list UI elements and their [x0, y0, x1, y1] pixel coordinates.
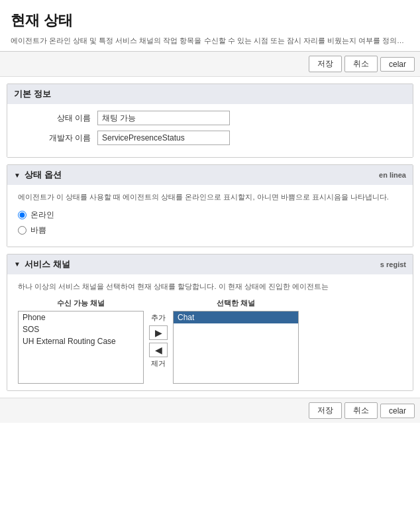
selected-channels-list[interactable]: Chat — [173, 311, 299, 384]
service-channels-body: 하나 이상의 서비스 채널을 선택하여 현재 상태를 할당합니다. 이 현재 상… — [7, 274, 413, 391]
service-channels-header[interactable]: ▼ 서비스 채널 s regist — [7, 254, 413, 274]
list-item[interactable]: SOS — [19, 323, 143, 335]
add-arrow-icon: ▶ — [155, 327, 162, 338]
celar-button-top[interactable]: celar — [380, 57, 415, 72]
basic-info-header: 기본 정보 — [7, 84, 413, 104]
cancel-button-bottom[interactable]: 취소 — [344, 402, 378, 419]
available-channels-label: 수신 가능 채널 — [57, 298, 105, 308]
busy-radio[interactable] — [18, 226, 26, 235]
selected-channels-label: 선택한 채널 — [217, 298, 255, 308]
list-item[interactable]: UH External Routing Case — [19, 335, 143, 347]
remove-channel-button[interactable]: ◀ — [149, 343, 168, 357]
service-channels-section: ▼ 서비스 채널 s regist 하나 이상의 서비스 채널을 선택하여 현재… — [7, 254, 413, 392]
list-item[interactable]: Phone — [19, 311, 143, 323]
list-item[interactable]: Chat — [174, 311, 298, 323]
status-name-row: 상태 이름 — [18, 111, 402, 125]
online-radio[interactable] — [18, 211, 26, 219]
bottom-toolbar: 저장 취소 celar — [0, 398, 420, 423]
add-channel-button[interactable]: ▶ — [149, 325, 168, 340]
status-options-description: 에이전트가 이 상태를 사용할 때 에이전트의 상태를 온라인으로 표시할지, … — [18, 192, 402, 203]
celar-button-bottom[interactable]: celar — [380, 404, 415, 418]
service-channels-description: 하나 이상의 서비스 채널을 선택하여 현재 상태를 할당합니다. 이 현재 상… — [18, 281, 402, 292]
save-button-top[interactable]: 저장 — [309, 56, 342, 72]
online-radio-row: 온라인 — [18, 209, 402, 221]
top-toolbar: 저장 취소 celar — [0, 52, 420, 77]
basic-info-section: 기본 정보 상태 이름 개발자 이름 — [7, 84, 413, 158]
status-options-body: 에이전트가 이 상태를 사용할 때 에이전트의 상태를 온라인으로 표시할지, … — [7, 185, 413, 247]
page-description: 에이전트가 온라인 상태 및 특정 서비스 채널의 작업 항목을 수신할 수 있… — [11, 36, 409, 46]
busy-radio-row: 바쁨 — [18, 225, 402, 236]
cancel-button-top[interactable]: 취소 — [344, 56, 378, 72]
remove-button-group: ◀ 제거 — [149, 343, 168, 370]
status-options-header[interactable]: ▼ 상태 옵션 en linea — [7, 165, 413, 185]
available-channels-group: 수신 가능 채널 Phone SOS UH External Routing C… — [18, 298, 144, 384]
status-options-section: ▼ 상태 옵션 en linea 에이전트가 이 상태를 사용할 때 에이전트의… — [7, 164, 413, 247]
save-button-bottom[interactable]: 저장 — [309, 402, 342, 419]
developer-name-row: 개발자 이름 — [18, 131, 402, 145]
selected-channels-group: 선택한 채널 Chat — [173, 298, 299, 384]
add-button-group: 추가 ▶ — [149, 313, 168, 340]
page-wrapper: 현재 상태 에이전트가 온라인 상태 및 특정 서비스 채널의 작업 항목을 수… — [0, 0, 420, 509]
status-name-label: 상태 이름 — [18, 113, 97, 124]
online-label[interactable]: 온라인 — [30, 209, 54, 221]
channel-action-buttons: 추가 ▶ ◀ 제거 — [144, 313, 173, 370]
remove-label: 제거 — [151, 359, 166, 368]
remove-arrow-icon: ◀ — [155, 345, 162, 355]
developer-name-input[interactable] — [97, 131, 230, 145]
busy-label[interactable]: 바쁨 — [30, 225, 46, 236]
add-label: 추가 — [151, 313, 166, 323]
developer-name-label: 개발자 이름 — [18, 133, 97, 144]
collapse-arrow-icon-channels: ▼ — [14, 260, 21, 268]
basic-info-body: 상태 이름 개발자 이름 — [7, 104, 413, 157]
page-header: 현재 상태 에이전트가 온라인 상태 및 특정 서비스 채널의 작업 항목을 수… — [0, 0, 420, 52]
available-channels-list[interactable]: Phone SOS UH External Routing Case — [18, 311, 144, 384]
page-title: 현재 상태 — [11, 11, 409, 30]
collapse-arrow-icon: ▼ — [14, 172, 21, 179]
channels-container: 수신 가능 채널 Phone SOS UH External Routing C… — [18, 298, 402, 384]
status-name-input[interactable] — [97, 111, 230, 125]
